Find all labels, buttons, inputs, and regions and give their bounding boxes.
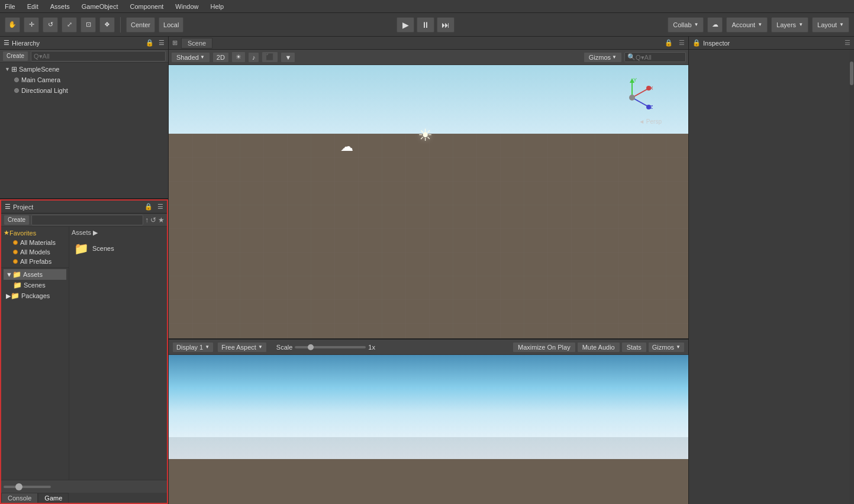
local-btn[interactable]: Local: [159, 17, 183, 33]
assets-folder[interactable]: ▼ 📁 Assets: [4, 269, 66, 280]
scene-sun-icon: ☀: [418, 125, 433, 145]
svg-text:X: X: [650, 85, 653, 91]
packages-label: Packages: [21, 292, 50, 299]
scene-area: ⊞ Scene 🔒 ☰ Shaded 2D ☀ ♪ ⬛ ▼ Gizmos 🔍: [169, 37, 688, 338]
scene-menu-icon[interactable]: ☰: [679, 39, 685, 47]
scene-name: SampleScene: [19, 66, 60, 73]
svg-text:Z: Z: [650, 104, 653, 110]
directional-light-item[interactable]: Directional Light: [0, 85, 168, 96]
assets-label: Assets: [23, 271, 43, 278]
fx-btn[interactable]: ⬛: [262, 51, 278, 63]
inspector-scrollbar-track[interactable]: [849, 50, 854, 504]
inspector-lock-icon[interactable]: 🔒: [692, 39, 701, 47]
shading-dropdown[interactable]: Shaded: [171, 52, 210, 63]
project-search-input[interactable]: [31, 215, 143, 225]
project-header: ☰ Project 🔒 ☰: [1, 201, 167, 214]
scale-slider[interactable]: [295, 346, 366, 348]
audio-btn[interactable]: ♪: [248, 52, 260, 63]
lighting-btn[interactable]: ☀: [231, 51, 246, 63]
menu-edit[interactable]: Edit: [25, 2, 41, 11]
account-btn[interactable]: Account: [726, 17, 768, 33]
main-camera-label: Main Camera: [21, 76, 60, 83]
hierarchy-create-btn[interactable]: Create: [2, 51, 28, 62]
scene-cloud-icon: ☁: [340, 139, 353, 154]
hierarchy-search-input[interactable]: [31, 51, 166, 62]
play-btn[interactable]: ▶: [397, 17, 414, 33]
scene-extra-btn[interactable]: ▼: [281, 52, 295, 63]
packages-folder[interactable]: ▶ 📁 Packages: [4, 290, 66, 301]
inspector-panel: 🔒 Inspector ☰: [688, 37, 854, 504]
aspect-dropdown[interactable]: Free Aspect: [217, 342, 267, 353]
cloud-btn[interactable]: ☁: [707, 17, 723, 33]
game-viewport[interactable]: [169, 355, 688, 504]
assets-breadcrumb-label: Assets ▶: [72, 229, 98, 237]
layers-btn[interactable]: Layers: [771, 17, 808, 33]
menu-component[interactable]: Component: [127, 2, 166, 11]
rect-tool-btn[interactable]: ⊡: [80, 17, 96, 33]
menu-window[interactable]: Window: [173, 2, 201, 11]
project-size-slider[interactable]: [4, 486, 51, 488]
left-panel: ☰ Hierarchy 🔒 ☰ Create ▼ ⊞ SampleScene M…: [0, 37, 169, 504]
gizmos-search: 🔍: [624, 52, 686, 62]
layout-btn[interactable]: Layout: [812, 17, 849, 33]
step-btn[interactable]: ⏭: [437, 17, 455, 33]
project-panel: ☰ Project 🔒 ☰ Create ↑ ↺ ★ ★ Favor: [0, 199, 168, 504]
scene-viewport[interactable]: ☀ ☁ Y X: [169, 65, 688, 338]
game-gizmos-btn[interactable]: Gizmos: [648, 342, 685, 353]
move-tool-btn[interactable]: ✛: [24, 17, 39, 33]
menu-gameobject[interactable]: GameObject: [79, 2, 121, 11]
mute-audio-btn[interactable]: Mute Audio: [577, 342, 620, 353]
rotate-tool-btn[interactable]: ↺: [43, 17, 58, 33]
menu-file[interactable]: File: [2, 2, 18, 11]
scenes-folder[interactable]: 📁 Scenes: [4, 280, 66, 290]
project-icon: ☰: [5, 203, 11, 211]
2d-toggle[interactable]: 2D: [212, 52, 229, 63]
pause-btn[interactable]: ⏸: [417, 17, 434, 33]
project-title: Project: [13, 203, 33, 211]
main-camera-item[interactable]: Main Camera: [0, 75, 168, 85]
console-tab[interactable]: Console: [1, 493, 38, 503]
game-right-buttons: Maximize On Play Mute Audio Stats Gizmos: [513, 342, 685, 353]
all-models-item[interactable]: All Models: [4, 247, 66, 257]
inspector-scrollbar-thumb: [850, 62, 853, 85]
scenes-folder-icon: 📁: [13, 281, 22, 289]
scale-tool-btn[interactable]: ⤢: [62, 17, 77, 33]
game-dirt: [169, 459, 688, 504]
display-dropdown[interactable]: Display 1: [172, 342, 214, 353]
game-tab[interactable]: Game: [38, 493, 69, 503]
project-upload-icon[interactable]: ↑: [145, 216, 149, 224]
scene-header: ⊞ Scene 🔒 ☰: [169, 37, 688, 50]
all-models-icon: [13, 250, 18, 254]
all-materials-icon: [13, 240, 18, 245]
project-refresh-icon[interactable]: ↺: [150, 216, 156, 224]
scene-lock-icon[interactable]: 🔒: [665, 39, 673, 47]
stats-btn[interactable]: Stats: [621, 342, 647, 353]
hierarchy-menu-icon[interactable]: ☰: [159, 39, 165, 47]
assets-section: ▼ 📁 Assets 📁 Scenes ▶ 📁 Packages: [1, 267, 69, 302]
gizmos-search-input[interactable]: [636, 54, 683, 61]
all-materials-item[interactable]: All Materials: [4, 238, 66, 247]
project-content: ★ Favorites All Materials All Models: [1, 227, 167, 480]
menu-help[interactable]: Help: [208, 2, 226, 11]
favorites-header: ★ Favorites: [4, 229, 66, 237]
project-star-icon[interactable]: ★: [158, 216, 165, 224]
inspector-menu-icon[interactable]: ☰: [845, 39, 850, 47]
scene-arrow: ▼: [5, 66, 10, 72]
project-lock-icon[interactable]: 🔒: [144, 203, 153, 211]
all-prefabs-item[interactable]: All Prefabs: [4, 257, 66, 266]
all-materials-label: All Materials: [20, 239, 56, 246]
gizmos-dropdown[interactable]: Gizmos: [584, 52, 622, 63]
project-menu-icon[interactable]: ☰: [157, 203, 163, 211]
project-create-btn[interactable]: Create: [4, 215, 30, 225]
scenes-folder-item[interactable]: 📁 Scenes: [72, 239, 165, 258]
transform-tool-btn[interactable]: ❖: [99, 17, 115, 33]
center-btn[interactable]: Center: [126, 17, 155, 33]
hand-tool-btn[interactable]: ✋: [5, 17, 20, 33]
menu-assets[interactable]: Assets: [48, 2, 72, 11]
collab-btn[interactable]: Collab: [668, 17, 704, 33]
scene-grid: [169, 134, 688, 339]
scene-tab[interactable]: Scene: [181, 38, 212, 49]
scene-item[interactable]: ▼ ⊞ SampleScene: [0, 64, 168, 75]
hierarchy-lock-icon[interactable]: 🔒: [146, 39, 154, 47]
maximize-on-play-btn[interactable]: Maximize On Play: [513, 342, 576, 353]
